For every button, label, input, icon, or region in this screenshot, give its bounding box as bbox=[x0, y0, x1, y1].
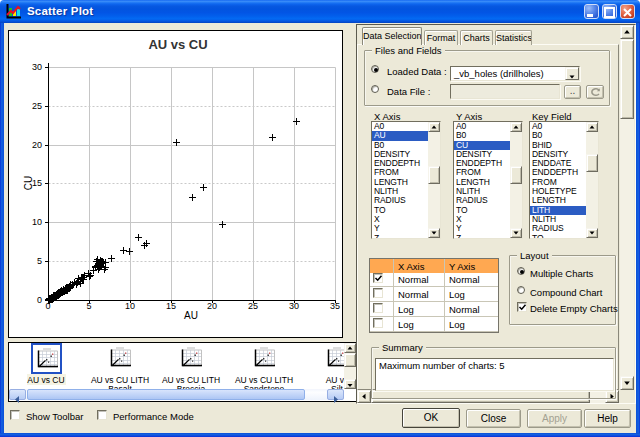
svg-text:15: 15 bbox=[166, 301, 176, 311]
svg-text:30: 30 bbox=[32, 62, 42, 72]
svg-text:AU vs CU: AU vs CU bbox=[148, 37, 207, 52]
svg-text:5: 5 bbox=[37, 256, 42, 266]
svg-text:10: 10 bbox=[32, 217, 42, 227]
svg-text:5: 5 bbox=[86, 301, 91, 311]
svg-text:30: 30 bbox=[289, 301, 299, 311]
svg-text:25: 25 bbox=[32, 101, 42, 111]
svg-text:AU: AU bbox=[184, 310, 198, 321]
svg-text:20: 20 bbox=[32, 140, 42, 150]
svg-text:20: 20 bbox=[207, 301, 217, 311]
svg-text:0: 0 bbox=[37, 295, 42, 305]
svg-text:25: 25 bbox=[248, 301, 258, 311]
svg-text:35: 35 bbox=[330, 301, 340, 311]
svg-text:CU: CU bbox=[23, 176, 34, 190]
svg-text:10: 10 bbox=[125, 301, 135, 311]
